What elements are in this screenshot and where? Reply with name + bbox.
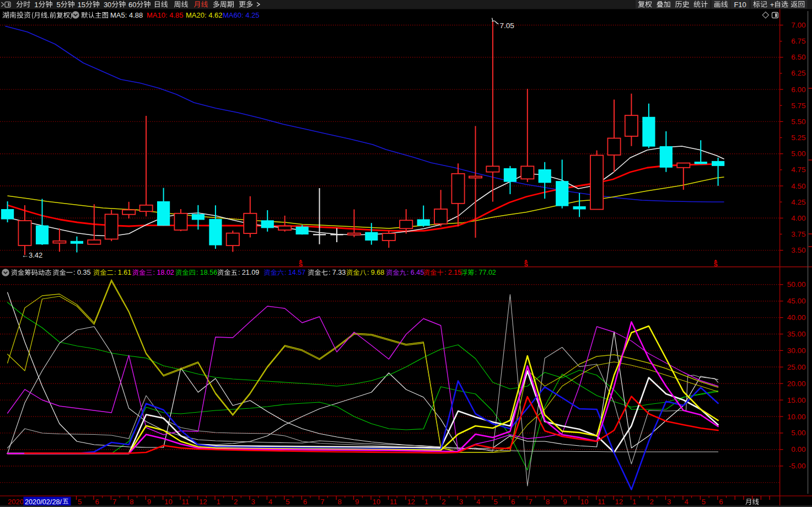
svg-text:: 1.61: : 1.61: [114, 269, 131, 276]
svg-text:: 7.33: : 7.33: [329, 269, 346, 276]
svg-text:3.75: 3.75: [791, 230, 805, 238]
svg-text:9: 9: [563, 498, 567, 506]
svg-text:0.00: 0.00: [791, 445, 805, 453]
svg-text:6: 6: [511, 498, 515, 506]
svg-text:: 6.45: : 6.45: [407, 269, 424, 276]
svg-text:+: +: [770, 1, 775, 9]
svg-text:12: 12: [615, 498, 623, 506]
svg-text:3.50: 3.50: [791, 246, 805, 254]
svg-text:11: 11: [182, 498, 190, 506]
svg-text:15.00: 15.00: [787, 396, 806, 404]
svg-text:6.25: 6.25: [791, 69, 805, 77]
svg-text:: 14.57: : 14.57: [284, 269, 305, 276]
svg-text:8: 8: [546, 498, 550, 506]
svg-text:3: 3: [667, 498, 671, 506]
svg-text:3: 3: [459, 498, 463, 506]
svg-text:10: 10: [580, 498, 588, 506]
svg-text:: 77.02: : 77.02: [475, 269, 496, 276]
svg-text:6: 6: [95, 498, 99, 506]
svg-text:F10: F10: [734, 1, 746, 9]
svg-text:2020/02/28/: 2020/02/28/: [25, 498, 62, 506]
svg-text:: 18.56: : 18.56: [196, 269, 217, 276]
svg-text:7.05: 7.05: [500, 22, 514, 30]
svg-text:5.25: 5.25: [791, 134, 805, 142]
svg-text:4.00: 4.00: [791, 214, 805, 222]
svg-text:: 21.09: : 21.09: [238, 269, 259, 276]
svg-text:-5.00: -5.00: [789, 462, 806, 470]
svg-text:10: 10: [373, 498, 380, 506]
svg-text:1: 1: [424, 498, 428, 506]
svg-text:7: 7: [112, 498, 116, 506]
svg-text:45.00: 45.00: [787, 297, 806, 305]
svg-text:7: 7: [320, 498, 324, 506]
svg-text:: 18.02: : 18.02: [153, 269, 174, 276]
svg-text:: 9.68: : 9.68: [367, 269, 384, 276]
svg-text:7: 7: [528, 498, 532, 506]
svg-text:8: 8: [130, 498, 133, 506]
svg-text:1: 1: [217, 498, 221, 506]
svg-text:6: 6: [719, 498, 723, 506]
svg-text:4.75: 4.75: [791, 166, 805, 174]
svg-text:4.50: 4.50: [791, 182, 805, 190]
svg-text:5: 5: [494, 498, 498, 506]
svg-text:50.00: 50.00: [787, 280, 806, 289]
svg-text:2: 2: [234, 498, 238, 506]
svg-text:6: 6: [303, 498, 307, 506]
svg-text:MA10: 4.85: MA10: 4.85: [147, 11, 184, 19]
svg-text:5: 5: [702, 498, 706, 506]
svg-text:2: 2: [650, 498, 654, 506]
svg-text:11: 11: [390, 498, 397, 506]
svg-text:5.00: 5.00: [791, 429, 805, 437]
svg-text:12: 12: [407, 498, 415, 506]
svg-text:12: 12: [199, 498, 207, 506]
svg-text:6.00: 6.00: [791, 86, 805, 94]
svg-text:MA20: 4.62: MA20: 4.62: [186, 11, 223, 19]
svg-text:1: 1: [78, 1, 82, 9]
svg-text:3: 3: [104, 1, 107, 9]
svg-text:MA60: 4.25: MA60: 4.25: [223, 11, 260, 19]
svg-text:5: 5: [57, 1, 61, 9]
svg-text:10.00: 10.00: [787, 413, 806, 421]
svg-text:9: 9: [355, 498, 359, 506]
svg-text:0: 0: [107, 1, 111, 9]
svg-text:9: 9: [147, 498, 151, 506]
svg-text:10: 10: [164, 498, 172, 506]
svg-text:5: 5: [286, 498, 289, 506]
svg-text:40.00: 40.00: [787, 313, 806, 322]
svg-text:35.00: 35.00: [787, 330, 806, 338]
svg-text:MA5: 4.88: MA5: 4.88: [110, 11, 143, 19]
svg-text:20.00: 20.00: [787, 380, 806, 388]
svg-text:6.75: 6.75: [791, 37, 805, 45]
svg-text:4: 4: [476, 498, 480, 506]
svg-text:1: 1: [632, 498, 636, 506]
svg-text:2020: 2020: [8, 498, 24, 506]
svg-text:: 0.35: : 0.35: [73, 269, 90, 276]
svg-text:8: 8: [338, 498, 342, 506]
svg-text:11: 11: [598, 498, 605, 506]
svg-text:5: 5: [82, 1, 85, 9]
svg-text:5.75: 5.75: [791, 102, 805, 110]
svg-text:1: 1: [34, 1, 38, 9]
svg-text:4: 4: [684, 498, 688, 506]
svg-text:4.25: 4.25: [791, 198, 805, 206]
svg-text:30.00: 30.00: [787, 346, 806, 355]
svg-text:←3.42: ←3.42: [21, 251, 42, 259]
svg-text:25.00: 25.00: [787, 363, 806, 371]
svg-text:: 2.15: : 2.15: [444, 269, 461, 276]
svg-text:4: 4: [268, 498, 272, 506]
svg-text:5: 5: [78, 498, 82, 506]
svg-text:6: 6: [128, 1, 132, 9]
svg-text:2: 2: [442, 498, 445, 506]
svg-text:0: 0: [132, 1, 136, 9]
svg-text:6.50: 6.50: [791, 53, 805, 61]
svg-text:7.00: 7.00: [791, 21, 805, 29]
svg-text:5.50: 5.50: [791, 118, 805, 126]
svg-text:5.00: 5.00: [791, 150, 805, 158]
svg-text:3: 3: [251, 498, 255, 506]
